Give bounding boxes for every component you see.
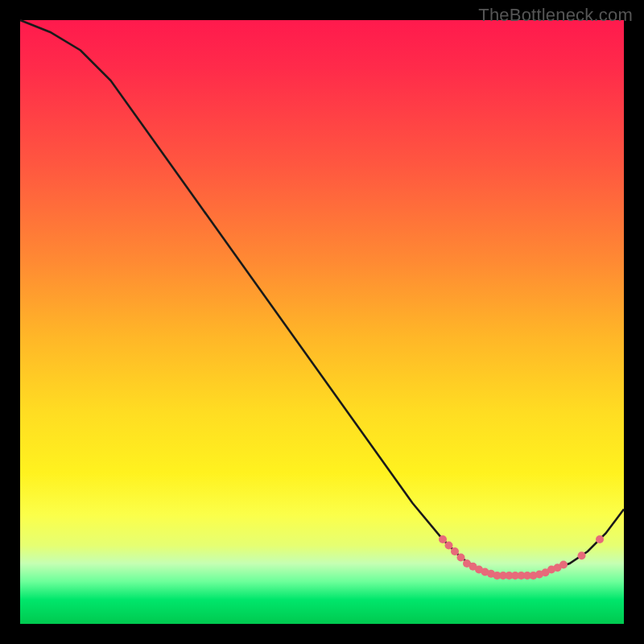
marker-dot xyxy=(439,535,447,543)
marker-dot xyxy=(596,535,604,543)
chart-frame: TheBottleneck.com xyxy=(0,0,644,644)
recommended-markers xyxy=(439,535,604,580)
marker-dot xyxy=(578,551,586,559)
marker-dot xyxy=(445,542,453,550)
plot-area xyxy=(20,20,624,624)
bottleneck-curve xyxy=(20,20,624,576)
marker-dot xyxy=(457,554,465,562)
marker-dot xyxy=(559,561,568,569)
chart-svg xyxy=(20,20,624,624)
watermark-text: TheBottleneck.com xyxy=(478,5,633,26)
marker-dot xyxy=(451,547,459,555)
